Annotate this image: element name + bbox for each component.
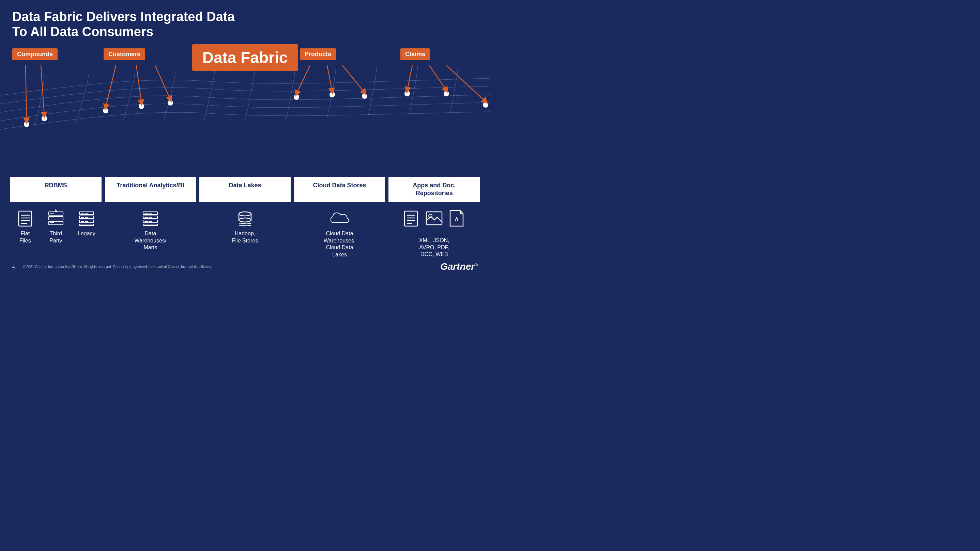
- svg-line-14: [136, 65, 142, 103]
- header-section: Data Fabric Delivers Integrated Data To …: [12, 10, 251, 39]
- cloud-data-icon: [331, 209, 349, 227]
- category-lakes: Data Lakes: [199, 177, 291, 202]
- svg-line-21: [446, 65, 485, 102]
- icon-item-legacy: Legacy: [75, 209, 99, 237]
- svg-line-15: [155, 65, 170, 100]
- xml-icon: [402, 209, 421, 227]
- label-compounds: Compounds: [12, 48, 57, 60]
- svg-point-54: [239, 212, 251, 216]
- categories-row: RDBMS Traditional Analytics/BI Data Lake…: [10, 177, 480, 202]
- data-fabric-label: Data Fabric: [192, 44, 298, 71]
- svg-rect-53: [143, 224, 158, 225]
- svg-point-57: [239, 218, 251, 222]
- svg-line-20: [430, 65, 446, 90]
- icon-item-third-party: ThirdParty: [44, 209, 68, 245]
- flat-files-label: FlatFiles: [19, 230, 31, 245]
- gartner-logo: Gartner®: [440, 261, 478, 272]
- icon-item-hadoop: Hadoop,File Stores: [232, 209, 258, 245]
- svg-point-9: [444, 91, 449, 96]
- category-apps: Apps and Doc. Repositories: [388, 177, 480, 202]
- label-claims: Claims: [400, 48, 430, 60]
- svg-point-0: [24, 122, 29, 127]
- legacy-icon: [77, 209, 96, 227]
- icon-item-data-warehouse: DataWarehouses/Marts: [135, 209, 167, 251]
- icon-group-lakes: Hadoop,File Stores: [199, 209, 291, 245]
- apps-combined-label: XML, JSON,AVRO, PDF,DOC, WEB: [419, 237, 449, 258]
- icon-group-apps: A XML, JSON,AVRO, PDF,DOC, WEB: [388, 209, 480, 258]
- flat-files-icon: [16, 209, 34, 227]
- category-rdbms: RDBMS: [10, 177, 102, 202]
- svg-point-8: [404, 91, 410, 96]
- category-cloud: Cloud Data Stores: [294, 177, 385, 202]
- icon-group-cloud: Cloud DataWarehouses,Cloud DataLakes: [294, 209, 385, 259]
- svg-rect-58: [404, 211, 417, 226]
- svg-rect-27: [18, 213, 19, 225]
- label-products: Products: [300, 48, 336, 60]
- svg-point-7: [362, 93, 368, 99]
- icon-item-flat-files: FlatFiles: [13, 209, 37, 245]
- icon-item-xml: [402, 209, 421, 227]
- hadoop-icon: [236, 209, 254, 227]
- icon-group-rdbms: FlatFiles ThirdParty: [10, 209, 102, 245]
- icon-item-cloud-data: Cloud DataWarehouses,Cloud DataLakes: [324, 209, 356, 259]
- svg-line-16: [296, 65, 310, 94]
- bottom-section: RDBMS Traditional Analytics/BI Data Lake…: [0, 177, 490, 259]
- legacy-label: Legacy: [78, 230, 95, 237]
- footer-copyright: © 2021 Gartner, Inc. and/or its affiliat…: [23, 265, 212, 269]
- icon-item-image: [425, 209, 443, 227]
- svg-point-5: [294, 94, 299, 100]
- svg-line-19: [407, 65, 412, 90]
- svg-line-13: [106, 65, 116, 107]
- svg-point-4: [168, 100, 173, 106]
- data-warehouse-icon: [141, 209, 159, 227]
- svg-line-17: [327, 65, 332, 91]
- third-party-label: ThirdParty: [49, 230, 62, 245]
- doc-icon: A: [447, 209, 466, 227]
- svg-rect-22: [19, 211, 32, 226]
- svg-point-2: [103, 108, 108, 113]
- svg-point-1: [41, 116, 47, 121]
- icons-row: FlatFiles ThirdParty: [10, 209, 480, 259]
- svg-point-10: [483, 102, 488, 108]
- third-party-icon: [47, 209, 65, 227]
- svg-point-3: [139, 103, 144, 109]
- category-analytics: Traditional Analytics/BI: [105, 177, 196, 202]
- svg-point-6: [329, 92, 335, 97]
- svg-text:A: A: [455, 217, 459, 222]
- page-title: Data Fabric Delivers Integrated Data To …: [12, 10, 251, 39]
- svg-rect-43: [80, 224, 94, 225]
- icon-item-doc: A: [447, 209, 466, 227]
- label-customers: Customers: [103, 48, 145, 60]
- svg-line-11: [25, 65, 27, 121]
- footer: 4 © 2021 Gartner, Inc. and/or its affili…: [12, 261, 478, 272]
- hadoop-label: Hadoop,File Stores: [232, 230, 258, 245]
- footer-page: 4: [12, 264, 15, 269]
- svg-line-18: [342, 65, 364, 93]
- cloud-data-label: Cloud DataWarehouses,Cloud DataLakes: [324, 230, 356, 259]
- image-icon: [425, 209, 443, 227]
- icon-group-analytics: DataWarehouses/Marts: [105, 209, 196, 251]
- data-warehouse-label: DataWarehouses/Marts: [135, 230, 167, 251]
